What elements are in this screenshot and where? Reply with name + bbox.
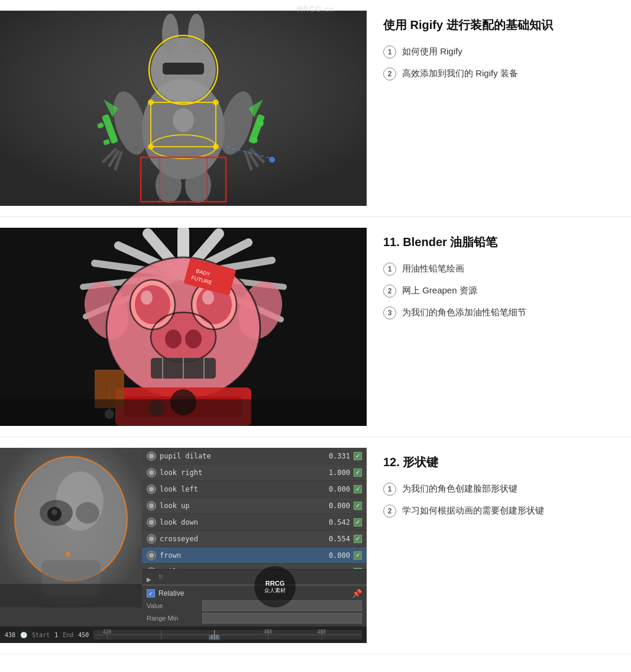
svg-point-89 [76,502,99,524]
section-gp-title: 11. Blender 油脂铅笔 [383,234,620,250]
sk-range-min-label: Range Min [147,615,200,622]
section-sk-info: 12. 形状键 1 为我们的角色创建脸部形状键 2 学习如何根据动画的需要创建形… [367,448,631,532]
timeline-start-value: 1 [54,632,58,638]
svg-point-17 [173,108,194,132]
timeline-end-label: End [63,632,73,638]
section-rigify-image [0,11,367,206]
sk-play-button[interactable] [147,573,155,581]
section-sk-item-2: 2 学习如何根据动画的需要创建形状键 [383,504,620,518]
timeline-end-value: 450 [78,632,89,638]
sk-item-text-2: 学习如何根据动画的需要创建形状键 [402,504,544,518]
gp-item-num-1: 1 [383,263,396,276]
svg-rect-80 [0,399,367,426]
section-rigify-item-2: 2 高效添加到我们的 Rigify 装备 [383,67,620,80]
section-sk-title: 12. 形状键 [383,454,620,470]
section-shape-keys: pupil dilate 0.331 look right 1.000 [0,437,631,654]
sk-item-text-1: 为我们的角色创建脸部形状键 [402,482,517,496]
section-gp-item-2: 2 网上 Greapen 资源 [383,284,620,298]
section-rigify-item-1: 1 如何使用 Rigify [383,45,620,59]
gp-item-text-1: 用油性铅笔绘画 [402,262,464,276]
item-text-1: 如何使用 Rigify [402,45,462,59]
sk-value-label: Value [147,602,200,609]
sk-pin-icon: 📌 [352,589,362,598]
sk-row-frown[interactable]: frown 0.000 [142,547,367,564]
sk-row-crosseyed[interactable]: crosseyed 0.554 [142,531,367,547]
sk-row-pupil-dilate[interactable]: pupil dilate 0.331 [142,448,367,464]
section-sk-image: pupil dilate 0.331 look right 1.000 [0,448,367,643]
svg-point-4 [162,14,179,55]
sk-relative-label: Relative [158,589,348,597]
svg-point-59 [202,290,214,305]
svg-point-33 [213,99,219,105]
section-gp-item-1: 1 用油性铅笔绘画 [383,262,620,276]
section-grease-pencil: BADY FUTURE 11. Blender 油脂铅笔 1 用油性铅笔绘画 2 [0,217,631,437]
sk-row-look-down[interactable]: look down 0.542 [142,514,367,531]
section-gp-info: 11. Blender 油脂铅笔 1 用油性铅笔绘画 2 网上 Greapen … [367,228,631,334]
sk-row-look-up[interactable]: look up 0.000 [142,497,367,514]
svg-point-53 [185,329,202,348]
section-gp-image: BADY FUTURE [0,228,367,426]
svg-point-52 [165,329,182,348]
item-num-1: 1 [383,46,396,59]
sk-relative-checkbox[interactable] [147,589,155,597]
timeline-frame: 438 [5,632,15,638]
svg-point-58 [141,290,153,305]
section-sk-item-1: 1 为我们的角色创建脸部形状键 [383,482,620,496]
svg-point-55 [135,285,170,324]
section-rigify-title: 使用 Rigify 进行装配的基础知识 [383,17,620,33]
svg-point-5 [188,14,205,55]
item-text-2: 高效添加到我们的 Rigify 装备 [402,67,518,80]
section-gp-item-3: 3 为我们的角色添加油性铅笔细节 [383,306,620,319]
timeline-start-label: Start [32,632,50,638]
svg-point-35 [213,144,219,150]
sk-item-num-2: 2 [383,505,396,518]
svg-rect-6 [163,63,204,75]
gp-item-text-3: 为我们的角色添加油性铅笔细节 [402,306,526,319]
sk-row-look-right[interactable]: look right 1.000 [142,464,367,481]
gp-item-num-2: 2 [383,285,396,298]
svg-point-88 [51,509,57,515]
svg-point-32 [148,99,154,105]
sk-value-input[interactable] [202,600,362,611]
section-rigify-info: 使用 Rigify 进行装配的基础知识 1 如何使用 Rigify 2 高效添加… [367,11,631,95]
sk-row-look-left[interactable]: look left 0.000 [142,481,367,497]
svg-point-31 [269,157,275,163]
section-rigify: 使用 Rigify 进行装配的基础知识 1 如何使用 Rigify 2 高效添加… [0,0,631,217]
svg-point-92 [66,552,70,557]
sk-item-num-1: 1 [383,483,396,496]
sk-more-options: ⠿ [158,574,163,580]
sk-row-smile[interactable]: smile 0.737 [142,564,367,569]
timeline-clock-icon: 🕐 [20,632,27,638]
gp-item-num-3: 3 [383,306,396,319]
item-num-2: 2 [383,67,396,80]
svg-point-34 [148,144,154,150]
svg-rect-91 [0,584,142,608]
sk-range-min-input[interactable] [202,613,362,623]
gp-item-text-2: 网上 Greapen 资源 [402,284,477,298]
